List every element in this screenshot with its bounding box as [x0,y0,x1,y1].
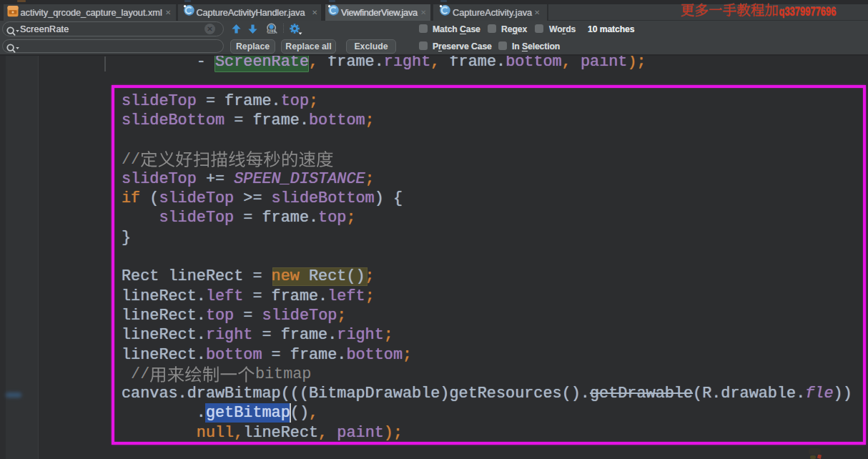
svg-text:q3379977696: q3379977696 [779,5,837,19]
svg-text:ALL: ALL [267,29,275,34]
